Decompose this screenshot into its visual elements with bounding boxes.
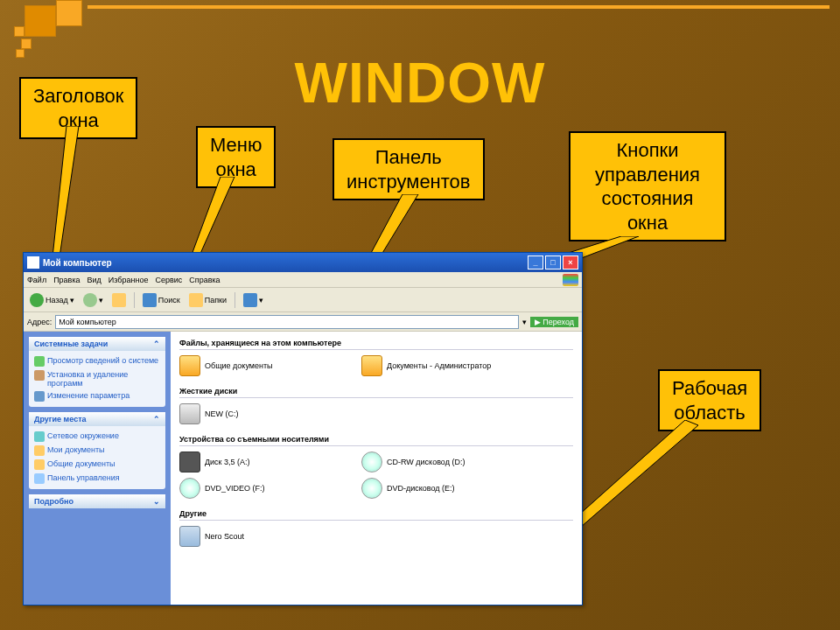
window-controls: _ □ × <box>528 256 578 270</box>
expand-icon[interactable]: ⌄ <box>153 497 160 506</box>
cd-icon <box>361 478 382 499</box>
list-item[interactable]: Общие документы <box>179 355 337 376</box>
search-button[interactable]: Поиск <box>140 292 183 308</box>
menu-item[interactable]: Справка <box>189 276 220 284</box>
group-heading: Жесткие диски <box>179 385 573 398</box>
svg-marker-0 <box>52 126 79 257</box>
menu-item[interactable]: Вид <box>88 276 102 284</box>
list-item[interactable]: Документы - Администратор <box>361 355 519 376</box>
windows-logo-icon <box>563 274 578 286</box>
callout-window-controls: Кнопкиуправления состоянияокна <box>569 131 726 242</box>
forward-button[interactable]: ▾ <box>80 292 106 308</box>
menu-item[interactable]: Сервис <box>155 276 182 284</box>
address-label: Адрес: <box>27 318 52 326</box>
list-item[interactable]: Nero Scout <box>179 526 337 547</box>
explorer-window: 🖥 Мой компьютер _ □ × Файл Правка Вид Из… <box>23 252 583 606</box>
task-link[interactable]: Панель управления <box>34 472 160 486</box>
task-panel-system: Системные задачи⌃ Просмотр сведений о си… <box>29 337 165 407</box>
window-menu-bar: Файл Правка Вид Избранное Сервис Справка <box>24 272 582 288</box>
task-link[interactable]: Изменение параметра <box>34 389 160 403</box>
panel-heading[interactable]: Подробно <box>34 497 74 506</box>
window-titlebar[interactable]: 🖥 Мой компьютер _ □ × <box>24 253 582 272</box>
menu-item[interactable]: Избранное <box>108 276 149 284</box>
panel-heading[interactable]: Другие места <box>34 415 87 424</box>
list-item[interactable]: NEW (C:) <box>179 403 337 424</box>
address-input[interactable] <box>55 315 518 329</box>
tool-icon <box>179 526 200 547</box>
side-panel: Системные задачи⌃ Просмотр сведений о си… <box>24 332 171 605</box>
group-heading: Устройства со съемными носителями <box>179 433 573 446</box>
task-link[interactable]: Мои документы <box>34 444 160 458</box>
folder-icon <box>361 355 382 376</box>
pointer-line <box>49 126 91 257</box>
address-bar: Адрес: ▾ ▶ Переход <box>24 312 582 332</box>
folder-icon <box>179 355 200 376</box>
minimize-button[interactable]: _ <box>528 256 543 270</box>
window-toolbar: Назад ▾ ▾ Поиск Папки ▾ <box>24 288 582 312</box>
slide-decoration-line <box>88 5 830 9</box>
collapse-icon[interactable]: ⌃ <box>153 340 160 348</box>
callout-toolbar: Панельинструментов <box>332 138 485 200</box>
list-item[interactable]: DVD-дисковод (E:) <box>361 478 519 499</box>
list-item[interactable]: DVD_VIDEO (F:) <box>179 478 337 499</box>
task-link[interactable]: Установка и удаление программ <box>34 368 160 389</box>
address-dropdown-icon[interactable]: ▾ <box>522 318 527 326</box>
list-item[interactable]: CD-RW дисковод (D:) <box>361 452 519 472</box>
menu-item[interactable]: Файл <box>27 276 46 284</box>
close-button[interactable]: × <box>563 256 578 270</box>
panel-heading[interactable]: Системные задачи <box>34 340 108 348</box>
go-button[interactable]: ▶ Переход <box>530 317 578 327</box>
group-heading: Другие <box>179 508 573 521</box>
window-title-text: Мой компьютер <box>43 258 528 268</box>
menu-item[interactable]: Правка <box>53 276 80 284</box>
task-link[interactable]: Просмотр сведений о системе <box>34 354 160 368</box>
collapse-icon[interactable]: ⌃ <box>153 415 160 424</box>
computer-icon: 🖥 <box>27 256 39 269</box>
group-heading: Файлы, хранящиеся на этом компьютере <box>179 337 573 350</box>
cd-icon <box>361 452 382 472</box>
list-item[interactable]: Диск 3,5 (A:) <box>179 452 337 472</box>
task-link[interactable]: Общие документы <box>34 458 160 472</box>
task-link[interactable]: Сетевое окружение <box>34 430 160 444</box>
content-area: Файлы, хранящиеся на этом компьютере Общ… <box>171 332 582 605</box>
hdd-icon <box>179 403 200 424</box>
task-panel-details: Подробно⌄ <box>29 494 165 508</box>
cd-icon <box>179 478 200 499</box>
floppy-icon <box>179 452 200 472</box>
task-panel-places: Другие места⌃ Сетевое окружение Мои доку… <box>29 412 165 489</box>
maximize-button[interactable]: □ <box>545 256 561 270</box>
up-button[interactable] <box>109 292 129 308</box>
folders-button[interactable]: Папки <box>186 292 229 308</box>
back-button[interactable]: Назад ▾ <box>27 292 77 308</box>
views-button[interactable]: ▾ <box>241 292 266 308</box>
